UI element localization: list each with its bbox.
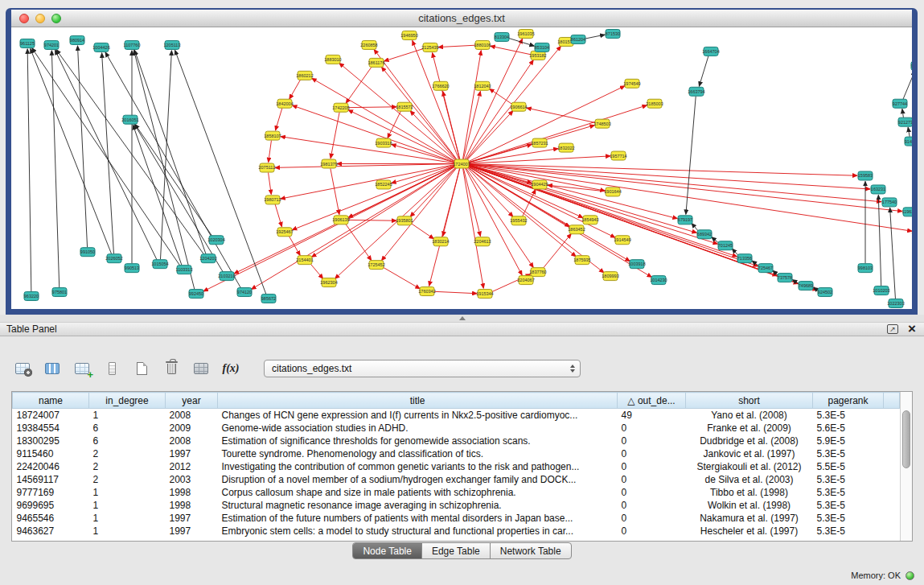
float-panel-button[interactable]: ↗ <box>887 324 898 334</box>
tab-network-table[interactable]: Network Table <box>490 543 571 558</box>
show-columns-button[interactable] <box>41 357 64 380</box>
cell-title[interactable]: Estimation of the future numbers of pati… <box>218 512 618 525</box>
table-row[interactable]: 969969511998Structural magnetic resonanc… <box>13 499 900 512</box>
cell-short[interactable]: de Silva et al. (2003) <box>686 473 813 486</box>
network-graph[interactable]: 1724007185723119066141812043176662018155… <box>11 27 912 308</box>
cell-out_degree[interactable]: 0 <box>618 486 686 499</box>
cell-name[interactable]: 18724007 <box>13 409 89 422</box>
import-table-button[interactable] <box>190 357 212 380</box>
network-window-titlebar[interactable]: citations_edges.txt <box>11 10 912 27</box>
function-builder-button[interactable]: f(x) <box>220 357 242 380</box>
cell-year[interactable]: 2009 <box>166 422 218 435</box>
cell-title[interactable]: Disruption of a novel member of a sodium… <box>218 473 618 486</box>
delete-column-button[interactable] <box>101 357 123 380</box>
cell-out_degree[interactable]: 0 <box>618 422 686 435</box>
cell-in_degree[interactable]: 2 <box>89 473 166 486</box>
table-row[interactable]: 1938455462009Genome-wide association stu… <box>13 422 900 435</box>
cell-title[interactable]: Investigating the contribution of common… <box>218 460 618 473</box>
cell-short[interactable]: Franke et al. (2009) <box>686 422 813 435</box>
cell-title[interactable]: Structural magnetic resonance image aver… <box>218 499 618 512</box>
cell-out_degree[interactable]: 0 <box>618 473 686 486</box>
cell-title[interactable]: Estimation of significance thresholds fo… <box>218 435 618 447</box>
cell-name[interactable]: 9465546 <box>13 512 89 525</box>
tab-edge-table[interactable]: Edge Table <box>421 543 490 558</box>
cell-in_degree[interactable]: 1 <box>89 409 166 422</box>
cell-name[interactable]: 22420046 <box>13 460 89 473</box>
cell-out_degree[interactable]: 0 <box>618 435 686 447</box>
minimize-window-button[interactable] <box>35 14 45 23</box>
column-header-in_degree[interactable]: in_degree <box>89 393 166 409</box>
cell-pagerank[interactable]: 5.5E-5 <box>813 460 884 473</box>
column-header-out_degree[interactable]: △ out_de... <box>618 393 686 409</box>
cell-name[interactable]: 9777169 <box>13 486 89 499</box>
table-row[interactable]: 977716911998Corpus callosum shape and si… <box>13 486 900 499</box>
cell-title[interactable]: Changes of HCN gene expression and I(f) … <box>218 409 618 422</box>
cell-pagerank[interactable]: 5.3E-5 <box>813 447 884 460</box>
cell-in_degree[interactable]: 2 <box>89 447 166 460</box>
close-panel-button[interactable]: × <box>908 323 916 335</box>
table-row[interactable]: 2242004622012Investigating the contribut… <box>13 460 900 473</box>
cell-year[interactable]: 2012 <box>166 460 218 473</box>
tab-node-table[interactable]: Node Table <box>353 543 421 558</box>
cell-short[interactable]: Nakamura et al. (1997) <box>686 512 813 525</box>
cell-name[interactable]: 9463627 <box>13 525 89 538</box>
cell-short[interactable]: Stergiakouli et al. (2012) <box>686 460 813 473</box>
table-row[interactable]: 946554611997Estimation of the future num… <box>13 512 900 525</box>
cell-name[interactable]: 19384554 <box>13 422 89 435</box>
cell-short[interactable]: Yano et al. (2008) <box>686 409 813 422</box>
table-settings-button[interactable] <box>11 357 34 380</box>
cell-pagerank[interactable]: 5.9E-5 <box>813 435 884 447</box>
cell-pagerank[interactable]: 5.6E-5 <box>813 422 884 435</box>
table-row[interactable]: 1456911722003Disruption of a novel membe… <box>13 473 900 486</box>
scrollbar-thumb[interactable] <box>902 410 910 468</box>
network-canvas[interactable]: 1724007185723119066141812043176662018155… <box>11 27 912 308</box>
table-row[interactable]: 1830029562008Estimation of significance … <box>13 435 900 447</box>
table-selector-dropdown[interactable]: citations_edges.txt <box>264 360 581 377</box>
cell-out_degree[interactable]: 0 <box>618 525 686 538</box>
column-header-title[interactable]: title <box>218 393 618 409</box>
column-header-year[interactable]: year <box>166 393 218 409</box>
cell-name[interactable]: 9115460 <box>13 447 89 460</box>
cell-out_degree[interactable]: 0 <box>618 447 686 460</box>
delete-row-button[interactable] <box>160 357 183 380</box>
cell-year[interactable]: 1998 <box>166 486 218 499</box>
cell-pagerank[interactable]: 5.3E-5 <box>813 409 884 422</box>
cell-year[interactable]: 2008 <box>166 435 218 447</box>
cell-short[interactable]: Dudbridge et al. (2008) <box>686 435 813 447</box>
cell-name[interactable]: 9699695 <box>13 499 89 512</box>
cell-year[interactable]: 1997 <box>166 512 218 525</box>
cell-in_degree[interactable]: 6 <box>89 435 166 447</box>
cell-pagerank[interactable]: 5.3E-5 <box>813 473 884 486</box>
cell-title[interactable]: Corpus callosum shape and size in male p… <box>218 486 618 499</box>
new-row-button[interactable] <box>130 357 153 380</box>
cell-short[interactable]: Tibbo et al. (1998) <box>686 486 813 499</box>
column-header-pagerank[interactable]: pagerank <box>813 393 884 409</box>
cell-title[interactable]: Embryonic stem cells: a model to study s… <box>218 525 618 538</box>
cell-out_degree[interactable]: 0 <box>618 460 686 473</box>
cell-title[interactable]: Genome-wide association studies in ADHD. <box>218 422 618 435</box>
cell-in_degree[interactable]: 6 <box>89 422 166 435</box>
zoom-window-button[interactable] <box>51 14 61 23</box>
cell-out_degree[interactable]: 49 <box>618 409 686 422</box>
column-header-short[interactable]: short <box>686 393 813 409</box>
cell-name[interactable]: 14569117 <box>13 473 89 486</box>
close-window-button[interactable] <box>19 14 29 23</box>
cell-in_degree[interactable]: 1 <box>89 525 166 538</box>
cell-year[interactable]: 1997 <box>166 525 218 538</box>
cell-year[interactable]: 2003 <box>166 473 218 486</box>
cell-pagerank[interactable]: 5.3E-5 <box>813 486 884 499</box>
cell-year[interactable]: 2008 <box>166 409 218 422</box>
cell-in_degree[interactable]: 1 <box>89 499 166 512</box>
table-scrollbar[interactable] <box>900 392 912 541</box>
panel-splitter[interactable] <box>0 315 924 322</box>
cell-title[interactable]: Tourette syndrome. Phenomenology and cla… <box>218 447 618 460</box>
cell-short[interactable]: Wolkin et al. (1998) <box>686 499 813 512</box>
cell-pagerank[interactable]: 5.3E-5 <box>813 512 884 525</box>
cell-out_degree[interactable]: 0 <box>618 512 686 525</box>
cell-out_degree[interactable]: 0 <box>618 499 686 512</box>
cell-in_degree[interactable]: 2 <box>89 460 166 473</box>
cell-short[interactable]: Hescheler et al. (1997) <box>686 525 813 538</box>
cell-name[interactable]: 18300295 <box>13 435 89 447</box>
create-column-button[interactable] <box>71 357 93 380</box>
cell-short[interactable]: Jankovic et al. (1997) <box>686 447 813 460</box>
